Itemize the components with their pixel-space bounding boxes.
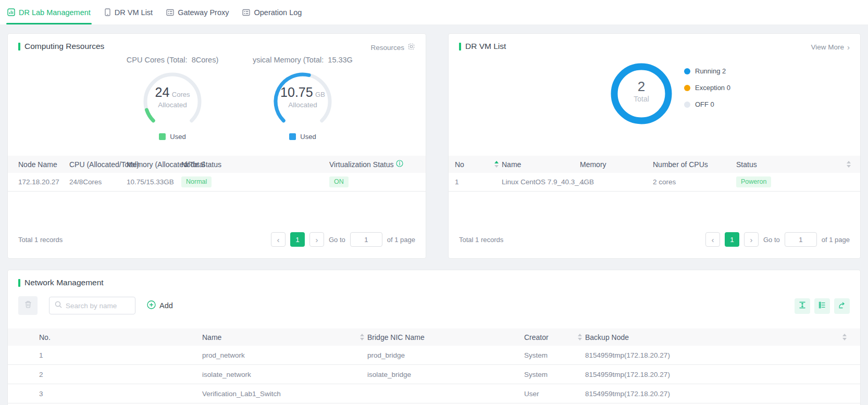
view-more-link[interactable]: View More › (811, 43, 850, 52)
col-virtualization-status: Virtualization Status (329, 160, 393, 169)
bar-chart-icon (7, 8, 15, 16)
legend-label: Exception 0 (695, 84, 730, 92)
column-settings-button[interactable] (814, 298, 830, 314)
chip-settings-icon (407, 43, 415, 52)
row-height-button[interactable] (795, 298, 810, 314)
cell-no: 2 (39, 371, 202, 378)
sort-control-name[interactable] (360, 334, 364, 340)
node-table-row[interactable]: 172.18.20.27 24/8Cores 10.75/15.33GB Nor… (8, 173, 426, 192)
export-button[interactable] (834, 298, 850, 314)
cell-bridge-name: isolate_bridge (367, 371, 524, 378)
tab-label: Operation Log (254, 8, 302, 17)
goto-page-input[interactable] (350, 232, 382, 247)
prev-page-button[interactable]: ‹ (705, 232, 720, 247)
computing-resources-panel: Computing Resources Resources CPU Cores … (7, 33, 426, 259)
used-legend-swatch (289, 133, 296, 140)
network-table-row[interactable]: 1 prod_network prod_bridge System 815495… (8, 346, 860, 365)
vm-total-value: 2 (607, 79, 675, 95)
cell-vm-name: Linux CentOS 7.9_40.3_... (502, 178, 580, 186)
sort-control-creator[interactable] (578, 334, 582, 340)
off-dot (684, 102, 690, 108)
cell-node-name: 172.18.20.27 (18, 178, 69, 186)
chevron-right-icon: › (847, 43, 850, 52)
search-box (49, 297, 135, 314)
col-status: Status (736, 160, 757, 169)
vm-status-badge: Poweron (736, 176, 771, 187)
row-height-icon (798, 301, 807, 311)
memory-gauge-legend: Used (225, 133, 381, 141)
tab-operation-log[interactable]: Operation Log (242, 0, 302, 24)
memory-gauge-title: ysical Memory (Total: 15.33G (225, 56, 381, 64)
sort-control-no[interactable] (494, 161, 499, 168)
memory-unit-label: GB (315, 91, 325, 98)
view-more-label: View More (811, 43, 844, 51)
network-table-row[interactable]: 3 Verification_Lab1_Switch User 8154959t… (8, 384, 860, 403)
memory-gauge-value: 10.75 GB Allocated (264, 85, 342, 109)
list-icon (242, 9, 250, 16)
network-table-row[interactable]: 2 isolate_network isolate_bridge System … (8, 365, 860, 384)
search-input[interactable] (66, 302, 123, 310)
col-memory: Memory (Allocated/Total (127, 160, 181, 169)
tab-gateway-proxy[interactable]: Gateway Proxy (166, 0, 229, 24)
cell-backup-node: 8154959tmp(172.18.20.27) (585, 390, 850, 398)
col-node-status: Node Status (181, 160, 329, 169)
title-accent-bar (459, 43, 461, 50)
next-page-button[interactable]: › (309, 232, 324, 247)
cell-no: 3 (39, 390, 202, 398)
pagination: ‹ 1 › Go to of 1 page (705, 232, 850, 247)
mobile-icon (104, 8, 111, 16)
sort-control-status[interactable] (847, 161, 851, 168)
col-cpus: Number of CPUs (653, 160, 736, 169)
resources-settings-link[interactable]: Resources (370, 43, 415, 52)
page-count-label: of 1 page (822, 236, 850, 244)
cell-memory: 10.75/15.33GB (127, 178, 181, 186)
used-legend-label: Used (170, 133, 185, 141)
title-accent-bar (18, 279, 20, 287)
vm-table-row[interactable]: 1 Linux CentOS 7.9_40.3_... 4GB 2 cores … (449, 173, 860, 192)
cell-network-name: prod_network (202, 351, 367, 359)
vm-footer: Total 1 records ‹ 1 › Go to of 1 page (449, 232, 860, 247)
delete-button[interactable] (18, 296, 38, 315)
trash-icon (24, 300, 32, 311)
list-icon (166, 9, 174, 16)
info-icon[interactable] (396, 160, 403, 169)
cell-backup-node: 8154959tmp(172.18.20.27) (585, 351, 850, 359)
resources-label: Resources (370, 44, 404, 52)
dr-vm-list-panel: DR VM List View More › 2 Total Running 2… (448, 33, 861, 259)
col-name: Name (202, 333, 221, 341)
running-dot (684, 68, 690, 74)
tab-dr-lab-management[interactable]: DR Lab Management (7, 0, 91, 24)
current-page-button[interactable]: 1 (290, 232, 305, 247)
goto-page-input[interactable] (785, 232, 817, 247)
col-no: No. (39, 333, 202, 341)
cell-creator: System (524, 351, 585, 359)
current-page-button[interactable]: 1 (725, 232, 739, 247)
add-button[interactable]: Add (147, 300, 173, 311)
cell-memory: 4GB (580, 178, 653, 186)
tab-dr-vm-list[interactable]: DR VM List (104, 0, 153, 24)
network-toolbar: Add (18, 296, 173, 315)
prev-page-button[interactable]: ‹ (271, 232, 286, 247)
next-page-button[interactable]: › (744, 232, 759, 247)
donut-legend: Running 2 Exception 0 OFF 0 (684, 67, 730, 108)
table-action-buttons (795, 298, 850, 314)
col-memory: Memory (580, 160, 653, 169)
cell-backup-node: 8154959tmp(172.18.20.27) (585, 371, 850, 378)
panel-title: Network Management (24, 278, 104, 287)
vm-total-label: Total (607, 95, 675, 103)
cell-cpu: 24/8Cores (69, 178, 127, 186)
cell-creator: User (524, 390, 585, 398)
tab-label: DR VM List (115, 8, 153, 17)
total-records: Total 1 records (459, 236, 503, 244)
col-no: No (455, 160, 464, 169)
goto-label: Go to (763, 236, 780, 244)
vm-status-donut: 2 Total (607, 60, 675, 128)
top-tab-bar: DR Lab Management DR VM List Gateway Pro… (0, 0, 868, 25)
tab-label: DR Lab Management (19, 8, 91, 17)
cell-bridge-name: prod_bridge (367, 351, 524, 359)
col-bridge-nic-name: Bridge NIC Name (367, 333, 524, 341)
add-label: Add (159, 301, 173, 310)
sort-control-backup-node[interactable] (842, 334, 847, 340)
cell-network-name: isolate_network (202, 371, 367, 378)
col-backup-node: Backup Node (585, 333, 629, 341)
